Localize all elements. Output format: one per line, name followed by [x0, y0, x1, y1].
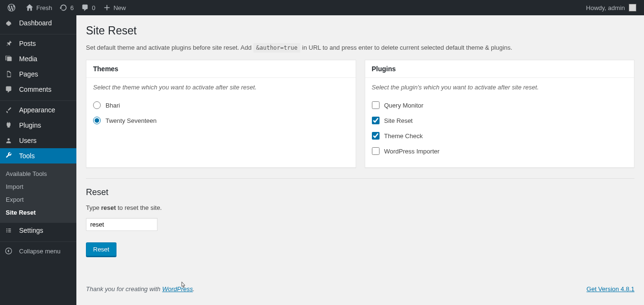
reset-section-title: Reset: [86, 187, 634, 197]
themes-box-title: Themes: [86, 60, 356, 78]
collapse-icon: [5, 247, 14, 255]
plugin-option-theme-check[interactable]: Theme Check: [372, 128, 628, 143]
sidebar-item-label: Media: [19, 55, 37, 63]
submenu-site-reset[interactable]: Site Reset: [0, 206, 76, 219]
collapse-label: Collapse menu: [19, 248, 61, 255]
theme-option-twenty-seventeen[interactable]: Twenty Seventeen: [93, 113, 349, 128]
media-icon: [5, 55, 14, 63]
account-link[interactable]: Howdy, admin: [582, 0, 640, 15]
sidebar-item-users[interactable]: Users: [0, 133, 76, 148]
sidebar-item-label: Pages: [19, 70, 38, 78]
sidebar-item-appearance[interactable]: Appearance: [0, 102, 76, 118]
version-link[interactable]: Get Version 4.8.1: [587, 285, 634, 293]
theme-radio[interactable]: [93, 117, 101, 124]
plugins-box: Plugins Select the plugin's which you wa…: [365, 60, 635, 168]
brush-icon: [5, 106, 14, 114]
plugin-checkbox[interactable]: [372, 147, 380, 155]
sidebar-item-label: Comments: [19, 86, 52, 93]
admin-sidebar: Dashboard Posts Media Pages Comments App…: [0, 15, 76, 305]
sidebar-item-label: Settings: [19, 227, 43, 234]
sidebar-item-posts[interactable]: Posts: [0, 36, 76, 51]
sidebar-item-label: Plugins: [19, 121, 41, 129]
theme-label: Twenty Seventeen: [106, 117, 157, 124]
comments-link[interactable]: 0: [77, 0, 99, 15]
plugin-icon: [5, 121, 14, 129]
theme-radio[interactable]: [93, 101, 101, 109]
sidebar-item-label: Users: [19, 137, 37, 144]
comment-icon: [5, 86, 14, 93]
wordpress-link[interactable]: WordPress: [162, 285, 193, 293]
plus-icon: [103, 4, 111, 11]
site-name-link[interactable]: Fresh: [22, 0, 56, 15]
plugin-checkbox[interactable]: [372, 132, 380, 140]
updates-count: 6: [70, 4, 74, 11]
theme-label: Bhari: [106, 102, 120, 109]
home-icon: [26, 4, 33, 11]
howdy-text: Howdy, admin: [586, 4, 625, 11]
plugin-checkbox[interactable]: [372, 101, 380, 109]
plugin-checkbox[interactable]: [372, 117, 380, 124]
theme-option-bhari[interactable]: Bhari: [93, 98, 349, 113]
footer: Thank you for creating with WordPress. G…: [86, 285, 634, 293]
page-content: Site Reset Set default theme and activat…: [76, 15, 644, 305]
plugin-label: Theme Check: [384, 132, 423, 140]
avatar: [629, 4, 636, 11]
dashboard-icon: [5, 19, 14, 27]
wordpress-icon: [8, 4, 15, 11]
plugin-option-site-reset[interactable]: Site Reset: [372, 113, 628, 128]
plugin-label: WordPress Importer: [384, 148, 440, 155]
reset-input[interactable]: [86, 218, 158, 231]
sidebar-item-label: Dashboard: [19, 19, 52, 27]
admin-bar: Fresh 6 0 New Howdy, admin: [0, 0, 644, 15]
submenu-available-tools[interactable]: Available Tools: [0, 167, 76, 180]
submenu-import[interactable]: Import: [0, 180, 76, 193]
collapse-menu[interactable]: Collapse menu: [0, 243, 76, 259]
new-content-link[interactable]: New: [99, 0, 130, 15]
reset-button[interactable]: Reset: [86, 242, 116, 257]
help-text: Set default theme and activate plugins b…: [86, 44, 634, 51]
themes-box: Themes Select the theme which you want t…: [86, 60, 356, 168]
new-label: New: [114, 4, 126, 11]
help-code: &author=true: [253, 43, 301, 53]
plugin-option-wordpress-importer[interactable]: WordPress Importer: [372, 143, 628, 159]
user-icon: [5, 137, 14, 144]
plugin-label: Query Monitor: [384, 102, 423, 109]
plugins-box-desc: Select the plugin's which you want to ac…: [372, 84, 628, 91]
comments-count: 0: [92, 4, 95, 11]
sidebar-item-dashboard[interactable]: Dashboard: [0, 15, 76, 31]
sidebar-item-label: Appearance: [19, 106, 55, 114]
tools-submenu: Available Tools Import Export Site Reset: [0, 163, 76, 223]
page-icon: [5, 70, 14, 78]
reset-desc: Type reset to reset the site.: [86, 204, 634, 211]
sidebar-item-comments[interactable]: Comments: [0, 82, 76, 97]
sidebar-item-label: Posts: [19, 40, 36, 47]
site-name: Fresh: [36, 4, 52, 11]
settings-icon: [5, 227, 14, 234]
sidebar-item-pages[interactable]: Pages: [0, 66, 76, 82]
plugins-box-title: Plugins: [365, 60, 634, 78]
sidebar-item-plugins[interactable]: Plugins: [0, 118, 76, 133]
wp-logo[interactable]: [4, 0, 22, 15]
wrench-icon: [5, 152, 14, 160]
updates-link[interactable]: 6: [56, 0, 77, 15]
sidebar-item-settings[interactable]: Settings: [0, 223, 76, 238]
comment-icon: [81, 4, 89, 11]
themes-box-desc: Select the theme which you want to activ…: [93, 84, 349, 91]
plugin-label: Site Reset: [384, 117, 413, 124]
update-icon: [60, 4, 67, 11]
pin-icon: [5, 40, 14, 47]
sidebar-item-label: Tools: [19, 152, 35, 160]
submenu-export[interactable]: Export: [0, 193, 76, 206]
divider: [86, 178, 634, 179]
page-title: Site Reset: [86, 20, 634, 44]
plugin-option-query-monitor[interactable]: Query Monitor: [372, 98, 628, 113]
sidebar-item-tools[interactable]: Tools: [0, 148, 76, 163]
sidebar-item-media[interactable]: Media: [0, 51, 76, 66]
